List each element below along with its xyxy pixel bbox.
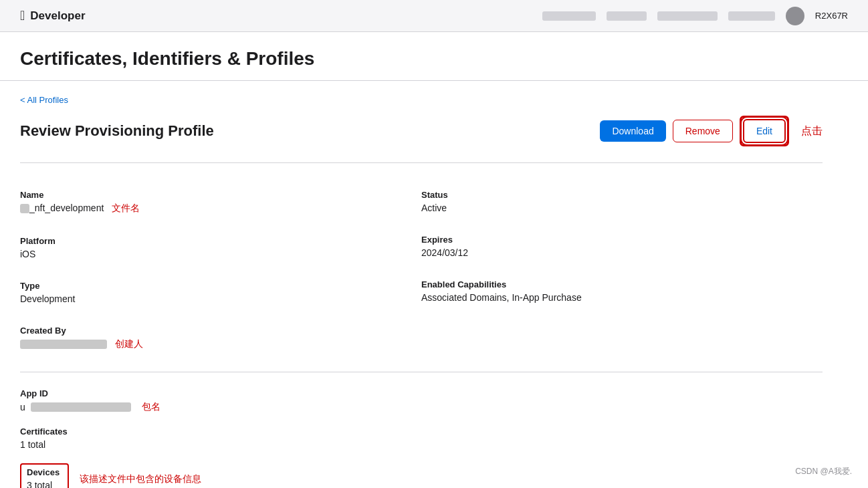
nav-right-area: R2X67R	[542, 7, 848, 25]
app-id-prefix: u	[20, 402, 25, 412]
bottom-fields: App ID u 包名 Certificates 1 total Devices…	[20, 383, 823, 488]
app-id-field: App ID u 包名	[20, 388, 823, 413]
created-by-label: Created By	[20, 326, 421, 336]
edit-highlight-box: Edit	[740, 116, 789, 146]
devices-value: 3 total	[27, 480, 60, 488]
type-value: Development	[20, 293, 421, 304]
profile-title: Review Provisioning Profile	[20, 122, 214, 140]
devices-label: Devices	[27, 467, 60, 477]
page-header: Certificates, Identifiers & Profiles	[0, 32, 868, 81]
devices-field: Devices 3 total 该描述文件中包含的设备信息	[20, 463, 823, 488]
profile-header: Review Provisioning Profile Download Rem…	[20, 116, 823, 146]
status-label: Status	[421, 190, 823, 200]
type-label: Type	[20, 281, 421, 291]
action-buttons: Download Remove Edit 点击	[600, 116, 823, 146]
name-field: Name _nft_development 文件名	[20, 179, 421, 225]
nav-placeholder-4	[728, 11, 775, 21]
page-footer: CSDN @A我爱.	[795, 466, 852, 477]
edit-button[interactable]: Edit	[743, 119, 786, 143]
app-id-value: u 包名	[20, 401, 823, 413]
created-by-value: 创建人	[20, 338, 421, 350]
status-value: Active	[421, 203, 823, 213]
page-title: Certificates, Identifiers & Profiles	[20, 48, 848, 70]
platform-field: Platform iOS	[20, 225, 421, 270]
type-field: Type Development	[20, 270, 421, 315]
nav-placeholder-2	[607, 11, 647, 21]
apple-logo-icon: 	[20, 8, 25, 23]
created-by-field: Created By 创建人	[20, 315, 421, 361]
platform-label: Platform	[20, 236, 421, 246]
certificates-value: 1 total	[20, 439, 823, 450]
name-value: _nft_development 文件名	[20, 203, 421, 215]
right-details: Status Active Expires 2024/03/12 Enabled…	[421, 179, 823, 361]
header-divider	[20, 162, 823, 163]
remove-button[interactable]: Remove	[673, 120, 733, 142]
expires-field: Expires 2024/03/12	[421, 224, 823, 269]
name-label: Name	[20, 190, 421, 200]
platform-value: iOS	[20, 249, 421, 259]
main-content: < All Profiles Review Provisioning Profi…	[0, 81, 843, 488]
footer-text: CSDN @A我爱.	[795, 467, 852, 476]
avatar[interactable]	[786, 7, 804, 25]
devices-annotation: 该描述文件中包含的设备信息	[80, 473, 201, 485]
left-details: Name _nft_development 文件名 Platform iOS T…	[20, 179, 421, 361]
enabled-cap-label: Enabled Capabilities	[421, 279, 823, 289]
devices-container: Devices 3 total 该描述文件中包含的设备信息	[20, 463, 823, 488]
created-by-annotation: 创建人	[115, 338, 143, 349]
expires-value: 2024/03/12	[421, 247, 823, 258]
enabled-cap-field: Enabled Capabilities Associated Domains,…	[421, 269, 823, 314]
devices-box: Devices 3 total	[20, 463, 69, 488]
developer-label: Developer	[30, 9, 85, 23]
section-divider	[20, 372, 823, 372]
created-by-blurred	[20, 340, 107, 349]
status-field: Status Active	[421, 179, 823, 224]
name-suffix: _nft_development	[29, 203, 104, 213]
details-grid: Name _nft_development 文件名 Platform iOS T…	[20, 179, 823, 361]
certificates-label: Certificates	[20, 426, 823, 437]
certificates-field: Certificates 1 total	[20, 426, 823, 450]
name-annotation: 文件名	[112, 203, 140, 213]
download-button[interactable]: Download	[600, 120, 665, 142]
account-id: R2X67R	[815, 11, 848, 21]
app-id-blurred	[31, 402, 131, 412]
enabled-cap-value: Associated Domains, In-App Purchase	[421, 292, 823, 303]
back-link[interactable]: < All Profiles	[20, 95, 68, 105]
expires-label: Expires	[421, 235, 823, 245]
name-blurred	[20, 204, 29, 213]
nav-placeholder-3	[657, 11, 718, 21]
top-navigation:  Developer R2X67R	[0, 0, 868, 32]
app-id-label: App ID	[20, 388, 823, 398]
nav-placeholder-1	[542, 11, 596, 21]
click-annotation: 点击	[801, 124, 823, 138]
app-id-annotation: 包名	[142, 401, 160, 413]
nav-logo-area:  Developer	[20, 8, 86, 23]
